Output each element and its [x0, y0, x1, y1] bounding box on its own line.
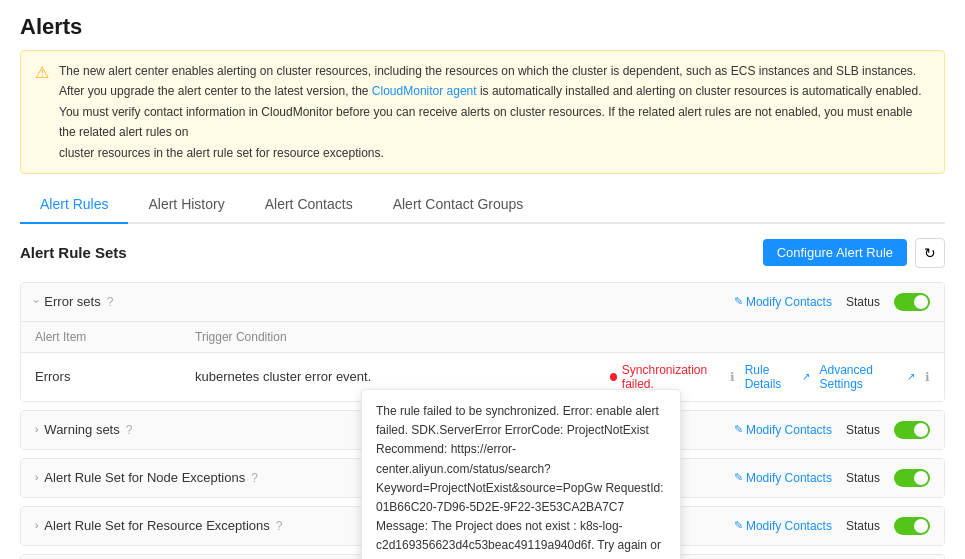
sync-dot: [610, 373, 617, 381]
group-right-node: ✎ Modify Contacts Status: [734, 469, 930, 487]
section-header: Alert Rule Sets Configure Alert Rule ↻: [20, 238, 945, 268]
group-left-resource: › Alert Rule Set for Resource Exceptions…: [35, 518, 282, 533]
page-header: Alerts: [0, 0, 965, 50]
col-header-trigger: Trigger Condition: [195, 330, 610, 344]
alert-banner-content: The new alert center enables alerting on…: [59, 61, 930, 163]
help-icon-node[interactable]: ?: [251, 471, 258, 485]
tab-alert-rules[interactable]: Alert Rules: [20, 186, 128, 224]
tab-alert-contact-groups[interactable]: Alert Contact Groups: [373, 186, 544, 224]
help-icon-warning[interactable]: ?: [126, 423, 133, 437]
edit-icon-resource: ✎: [734, 519, 743, 532]
status-label-error: Status: [846, 295, 880, 309]
sync-failed-text: Synchronization failed.: [622, 363, 725, 391]
modify-contacts-warning[interactable]: ✎ Modify Contacts: [734, 423, 832, 437]
chevron-icon-warning: ›: [35, 424, 38, 435]
external-icon: ↗: [802, 371, 810, 382]
chevron-icon-node: ›: [35, 472, 38, 483]
group-name-node: Alert Rule Set for Node Exceptions: [44, 470, 245, 485]
toggle-resource[interactable]: [894, 517, 930, 535]
chevron-icon: ›: [31, 300, 42, 303]
rule-table-error: Alert Item Trigger Condition Errors kube…: [21, 321, 944, 401]
banner-line2-pre: After you upgrade the alert center to th…: [59, 84, 372, 98]
rule-group-error-sets: › Error sets ? ✎ Modify Contacts Status …: [20, 282, 945, 402]
configure-alert-rule-button[interactable]: Configure Alert Rule: [763, 239, 907, 266]
rule-trigger-errors: kubernetes cluster error event.: [195, 369, 610, 384]
rule-item-errors: Errors: [35, 369, 195, 384]
rule-row-errors: Errors kubernetes cluster error event. S…: [21, 353, 944, 401]
group-name-error: Error sets: [44, 294, 100, 309]
status-label-resource: Status: [846, 519, 880, 533]
edit-icon-node: ✎: [734, 471, 743, 484]
rule-details-link[interactable]: Rule Details ↗: [745, 363, 810, 391]
advanced-info-icon[interactable]: ℹ: [925, 370, 930, 384]
group-right-resource: ✎ Modify Contacts Status: [734, 517, 930, 535]
status-label-node: Status: [846, 471, 880, 485]
rule-table-header: Alert Item Trigger Condition: [21, 322, 944, 353]
tooltip-text: The rule failed to be synchronized. Erro…: [376, 402, 666, 559]
group-right-error: ✎ Modify Contacts Status: [734, 293, 930, 311]
col-header-item: Alert Item: [35, 330, 195, 344]
warning-icon: ⚠: [35, 63, 49, 163]
tab-alert-history[interactable]: Alert History: [128, 186, 244, 224]
main-content: Alert Rule Sets Configure Alert Rule ↻ ›…: [0, 224, 965, 559]
rule-actions-errors: Synchronization failed. ℹ Rule Details ↗…: [610, 363, 930, 391]
cloudmonitor-link[interactable]: CloudMonitor agent: [372, 84, 477, 98]
tabs-container: Alert Rules Alert History Alert Contacts…: [20, 186, 945, 224]
page-title: Alerts: [20, 14, 945, 40]
modify-contacts-resource[interactable]: ✎ Modify Contacts: [734, 519, 832, 533]
toggle-error[interactable]: [894, 293, 930, 311]
group-name-warning: Warning sets: [44, 422, 119, 437]
modify-contacts-node[interactable]: ✎ Modify Contacts: [734, 471, 832, 485]
rule-group-error-sets-header[interactable]: › Error sets ? ✎ Modify Contacts Status: [21, 283, 944, 321]
alert-banner: ⚠ The new alert center enables alerting …: [20, 50, 945, 174]
tab-alert-contacts[interactable]: Alert Contacts: [245, 186, 373, 224]
sync-info-icon[interactable]: ℹ: [730, 370, 735, 384]
group-left-warning: › Warning sets ?: [35, 422, 132, 437]
banner-line3: You must verify contact information in C…: [59, 105, 912, 139]
banner-line1: The new alert center enables alerting on…: [59, 64, 916, 78]
help-icon-resource[interactable]: ?: [276, 519, 283, 533]
sync-error-tooltip: The rule failed to be synchronized. Erro…: [361, 389, 681, 559]
group-right-warning: ✎ Modify Contacts Status: [734, 421, 930, 439]
group-name-resource: Alert Rule Set for Resource Exceptions: [44, 518, 269, 533]
edit-icon: ✎: [734, 295, 743, 308]
toggle-warning[interactable]: [894, 421, 930, 439]
refresh-button[interactable]: ↻: [915, 238, 945, 268]
toggle-node[interactable]: [894, 469, 930, 487]
section-actions: Configure Alert Rule ↻: [763, 238, 945, 268]
banner-line2-post: is automatically installed and alerting …: [477, 84, 922, 98]
modify-contacts-error[interactable]: ✎ Modify Contacts: [734, 295, 832, 309]
edit-icon-warning: ✎: [734, 423, 743, 436]
sync-status: Synchronization failed. ℹ: [610, 363, 735, 391]
section-title: Alert Rule Sets: [20, 244, 127, 261]
help-icon-error[interactable]: ?: [107, 295, 114, 309]
advanced-settings-link[interactable]: Advanced Settings ↗: [820, 363, 916, 391]
banner-line4: cluster resources in the alert rule set …: [59, 146, 384, 160]
status-label-warning: Status: [846, 423, 880, 437]
col-header-actions: [610, 330, 930, 344]
group-left-node: › Alert Rule Set for Node Exceptions ?: [35, 470, 258, 485]
external-icon-2: ↗: [907, 371, 915, 382]
chevron-icon-resource: ›: [35, 520, 38, 531]
group-left-error: › Error sets ?: [35, 294, 113, 309]
